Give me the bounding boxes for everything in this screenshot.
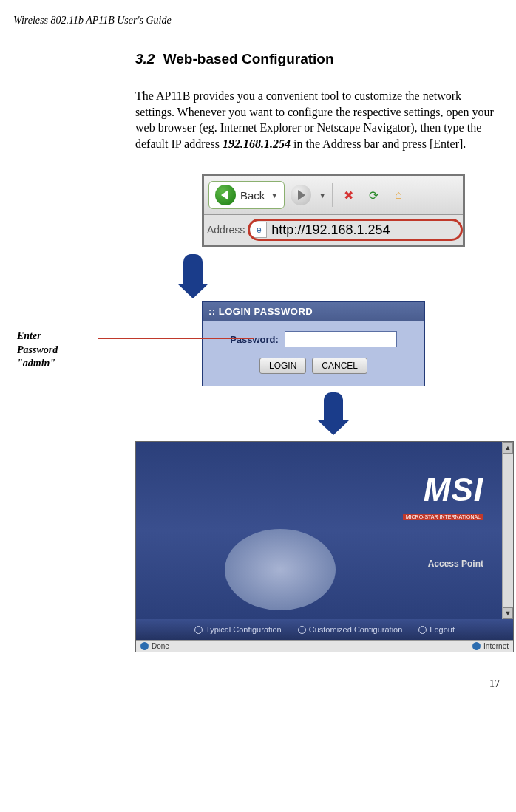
section-title-text: Web-based Configuration	[163, 51, 334, 66]
page-number: 17	[13, 678, 503, 690]
zone-text: Internet	[483, 642, 509, 650]
url-text: http://192.168.1.254	[271, 222, 390, 238]
chevron-down-icon[interactable]: ▼	[319, 191, 326, 199]
nav-customized-config[interactable]: Customized Configuration	[298, 625, 403, 634]
section-heading: 3.2 Web-based Configuration	[135, 51, 503, 67]
status-text: Done	[152, 642, 169, 650]
text-caret	[288, 333, 288, 344]
vertical-scrollbar[interactable]: ▲ ▼	[502, 442, 513, 619]
radio-icon	[194, 626, 203, 634]
chevron-down-icon[interactable]: ▼	[271, 191, 278, 199]
login-button[interactable]: LOGIN	[259, 358, 306, 374]
splash-banner: MSI MICRO-STAR INTERNATIONAL Access Poin…	[136, 442, 513, 619]
down-arrow-icon	[324, 392, 343, 422]
browser-toolbar-figure: Back ▼ ▼ ✖ ⟳ ⌂ Address e http://192.168.…	[202, 174, 465, 247]
separator	[332, 183, 333, 207]
scroll-up-button[interactable]: ▲	[503, 442, 513, 454]
flow-arrow-2	[135, 386, 503, 441]
password-label: Password:	[230, 334, 279, 345]
page-header: Wireless 802.11b AP11B User's Guide	[13, 15, 503, 27]
down-arrow-icon	[183, 254, 203, 285]
top-rule	[13, 30, 503, 30]
radio-icon	[298, 626, 306, 634]
back-label: Back	[240, 189, 265, 202]
address-bar[interactable]: e http://192.168.1.254	[251, 222, 460, 238]
toolbar-row: Back ▼ ▼ ✖ ⟳ ⌂	[204, 176, 463, 215]
address-label: Address	[207, 224, 245, 236]
section-number: 3.2	[135, 51, 155, 66]
body-paragraph: The AP11B provides you a convenient tool…	[135, 88, 503, 151]
flow-arrow-1	[135, 247, 503, 301]
radio-icon	[418, 626, 427, 634]
nav-logout[interactable]: Logout	[418, 625, 455, 634]
default-ip: 192.168.1.254	[223, 137, 291, 150]
annotation-leader-line	[98, 338, 254, 339]
refresh-icon[interactable]: ⟳	[364, 185, 383, 205]
nav-typical-config[interactable]: Typical Configuration	[194, 625, 282, 634]
password-input[interactable]	[285, 331, 397, 347]
page-icon: e	[251, 222, 267, 238]
home-icon[interactable]: ⌂	[389, 185, 408, 205]
back-arrow-icon	[215, 185, 236, 205]
forward-button[interactable]	[291, 185, 311, 205]
address-row: Address e http://192.168.1.254	[204, 215, 463, 245]
login-dialog-title: :: LOGIN PASSWORD	[203, 302, 424, 321]
bottom-rule	[13, 675, 503, 675]
splash-nav: Typical Configuration Customized Configu…	[136, 619, 513, 640]
scroll-down-button[interactable]: ▼	[503, 607, 513, 619]
back-button[interactable]: Back ▼	[208, 181, 285, 209]
cancel-button[interactable]: CANCEL	[312, 358, 367, 374]
internet-zone-icon	[472, 642, 481, 650]
msi-logo: MSI MICRO-STAR INTERNATIONAL Access Poin…	[403, 471, 483, 569]
people-illustration	[225, 529, 336, 610]
status-bar: Done Internet	[136, 640, 513, 652]
stop-icon[interactable]: ✖	[339, 185, 358, 205]
login-dialog: :: LOGIN PASSWORD Password: LOGIN CANCEL	[202, 301, 425, 386]
ie-icon	[140, 642, 149, 650]
password-annotation: Enter Password "admin"	[17, 330, 98, 370]
splash-screen-figure: MSI MICRO-STAR INTERNATIONAL Access Poin…	[135, 441, 514, 652]
product-label: Access Point	[403, 559, 483, 569]
